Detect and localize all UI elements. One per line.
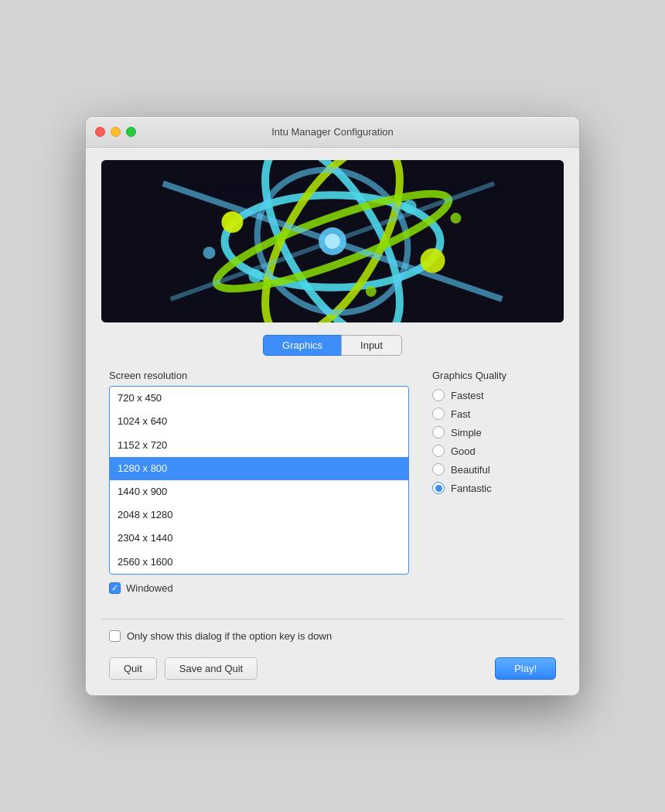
radio-fantastic[interactable]: Fantastic [432,482,556,494]
radio-label-simple: Simple [451,427,482,438]
traffic-lights [95,127,136,137]
svg-point-10 [221,211,243,233]
radio-simple[interactable]: Simple [432,426,556,438]
tabs-row: Graphics Input [101,335,564,356]
check-mark: ✓ [111,584,118,592]
radio-label-fantastic: Fantastic [451,483,492,494]
radio-inner-fantastic [435,485,442,492]
radio-good[interactable]: Good [432,445,556,457]
settings-area: Screen resolution 720 x 450 1024 x 640 1… [101,370,564,606]
minimize-button[interactable] [111,127,121,137]
resolution-item-2[interactable]: 1152 x 720 [110,434,408,457]
quality-section: Graphics Quality Fastest Fast Simple [432,370,556,606]
resolution-item-7[interactable]: 2560 x 1600 [110,551,408,574]
option-key-row: Only show this dialog if the option key … [101,630,564,642]
resolution-list: 720 x 450 1024 x 640 1152 x 720 1280 x 8… [109,386,409,575]
svg-point-14 [366,286,377,297]
divider [101,619,564,619]
title-bar: Intu Manager Configuration [86,117,579,148]
radio-label-beautiful: Beautiful [451,464,490,476]
svg-point-13 [403,200,417,213]
radio-fast[interactable]: Fast [432,408,556,420]
main-window: Intu Manager Configuration [85,116,580,696]
svg-point-12 [248,269,262,283]
maximize-button[interactable] [126,127,136,137]
resolution-item-4[interactable]: 1440 x 900 [110,480,408,503]
radio-circle-good [432,445,445,457]
quality-label: Graphics Quality [432,370,556,381]
tab-input[interactable]: Input [341,335,402,356]
radio-fastest[interactable]: Fastest [432,389,556,401]
svg-point-16 [203,247,216,259]
option-key-label: Only show this dialog if the option key … [127,630,332,642]
resolution-item-0[interactable]: 720 x 450 [110,387,408,410]
windowed-label: Windowed [126,582,173,594]
radio-beautiful[interactable]: Beautiful [432,463,556,476]
resolution-item-6[interactable]: 2304 x 1440 [110,527,408,550]
save-and-quit-button[interactable]: Save and Quit [165,657,257,680]
radio-label-fast: Fast [451,408,470,420]
resolution-item-5[interactable]: 2048 x 1280 [110,503,408,527]
close-button[interactable] [95,127,105,137]
banner-image [101,160,564,322]
radio-circle-simple [432,426,445,438]
resolution-section: Screen resolution 720 x 450 1024 x 640 1… [109,370,409,606]
window-content: Graphics Input Screen resolution 720 x 4… [86,148,579,695]
radio-label-good: Good [451,445,476,457]
radio-circle-beautiful [432,463,445,476]
radio-circle-fast [432,408,445,420]
windowed-checkbox[interactable]: ✓ [109,582,121,594]
resolution-label: Screen resolution [109,370,409,381]
svg-point-15 [450,213,461,223]
svg-point-11 [421,248,445,273]
play-button[interactable]: Play! [495,657,556,680]
bottom-buttons: Quit Save and Quit Play! [101,657,564,680]
radio-group: Fastest Fast Simple Good [432,389,556,494]
resolution-item-3[interactable]: 1280 x 800 [110,457,408,480]
radio-circle-fantastic [432,482,445,494]
radio-label-fastest: Fastest [451,390,484,401]
windowed-row: ✓ Windowed [109,582,409,594]
window-title: Intu Manager Configuration [271,126,394,138]
quit-button[interactable]: Quit [109,657,157,680]
svg-point-9 [325,234,340,249]
tab-graphics[interactable]: Graphics [263,335,341,356]
radio-circle-fastest [432,389,445,401]
resolution-item-1[interactable]: 1024 x 640 [110,410,408,433]
option-key-checkbox[interactable] [109,630,121,642]
